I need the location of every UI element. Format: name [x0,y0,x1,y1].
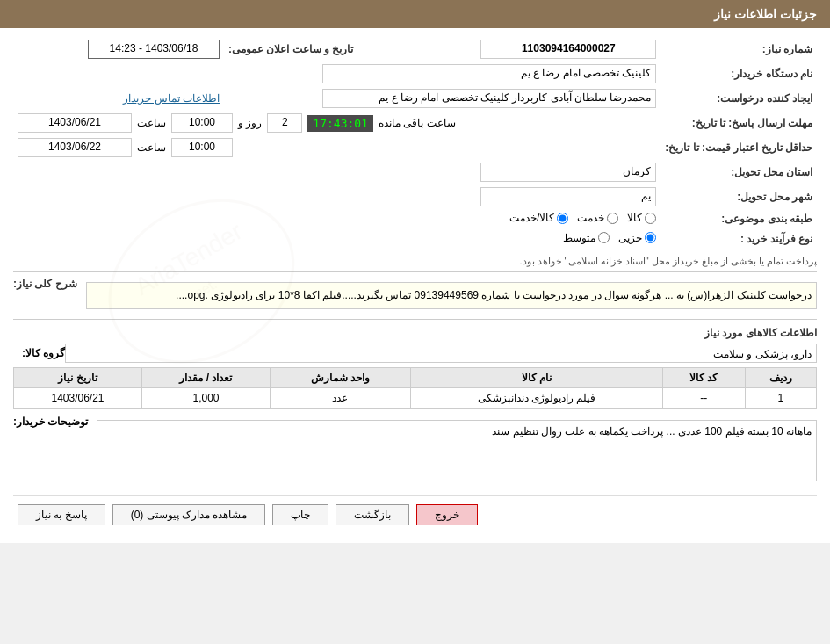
page-header: جزئیات اطلاعات نیاز [0,0,830,28]
hadaqal-date: 1403/06/22 [18,138,132,157]
ostan-label: استان محل تحویل: [660,160,817,185]
col-radif: ردیف [745,368,816,388]
khadamat-radio[interactable]: خدمت [577,212,618,224]
mohlat-saat-label: ساعت [137,117,166,129]
goods-table: ردیف کد کالا نام کالا واحد شمارش تعداد /… [13,367,817,409]
motawaset-label: متوسط [563,232,595,244]
kala-khadamat-radio[interactable]: کالا/خدمت [509,212,568,224]
ettelaat-kala-title: اطلاعات کالاهای مورد نیاز [13,327,817,339]
chap-button[interactable]: چاپ [272,504,328,525]
sharh-label: شرح کلی نیاز: [13,278,77,290]
ostan-value: کرمان [480,163,656,182]
jozii-radio[interactable]: جزیی [618,232,656,244]
col-nam-kala: نام کالا [410,368,662,388]
mohlat-time: 10:00 [171,113,233,133]
payment-note: پرداخت تمام یا بخشی از مبلغ خریداز محل "… [13,256,817,267]
col-tarikh: تاریخ نیاز [14,368,142,388]
shomare-niaz-value: 1103094164000027 [480,40,656,59]
tabaqe-label: طبقه بندی موضوعی: [660,209,817,229]
khoroj-button[interactable]: خروج [416,504,478,525]
shomare-niaz-label: شماره نیاز: [660,37,817,62]
motawaset-radio[interactable]: متوسط [563,232,610,244]
col-tedad: تعداد / مقدار [142,368,271,388]
hadaqal-time: 10:00 [171,138,233,157]
mohlat-countdown: 17:43:01 [307,115,373,132]
tozihat-value: ماهانه 10 بسته فیلم 100 عددی ... پرداخت … [492,425,812,438]
sharh-value: درخواست کلینیک الزهرا(س) به ... هرگونه س… [86,282,817,309]
bottom-buttons: پاسخ به نیاز مشاهده مدارک پیوستی (0) چاپ… [13,495,817,534]
pasokh-button[interactable]: پاسخ به نیاز [18,504,105,525]
tozihat-label: توضیحات خریدار: [13,416,88,428]
ijad-konande-value: محمدرضا سلطان آبادی کاربردار کلینیک تخصص… [322,89,656,108]
hadaqal-label: حداقل تاریخ اعتبار قیمت: تا تاریخ: [660,135,817,160]
ijad-konande-label: ایجاد کننده درخواست: [660,86,817,111]
tarikh-elan-label: تاریخ و ساعت اعلان عمومی: [224,37,357,62]
tozihat-box: ماهانه 10 بسته فیلم 100 عددی ... پرداخت … [97,420,817,481]
col-kod-kala: کد کالا [663,368,745,388]
nam-dastgah-value: کلینیک تخصصی امام رضا ع یم [322,64,656,83]
noe-farayand-label: نوع فرآیند خرید : [660,229,817,250]
kala-khadamat-label: کالا/خدمت [509,212,554,224]
ettelaat-tamas-link[interactable]: اطلاعات تماس خریدار [123,92,220,105]
nam-dastgah-label: نام دستگاه خریدار: [660,62,817,86]
mohlat-date: 1403/06/21 [18,113,132,133]
hadaqal-saat-label: ساعت [137,141,166,154]
moshahede-button[interactable]: مشاهده مدارک پیوستی (0) [112,504,266,525]
group-kala-value: دارو، پزشکی و سلامت [65,344,817,363]
tarikh-elan-value: 1403/06/18 - 14:23 [88,40,220,59]
shahr-label: شهر محل تحویل: [660,185,817,209]
jozii-label: جزیی [618,232,642,244]
table-row: 1--فیلم رادیولوژی دندانپزشکیعدد1,0001403… [14,388,817,409]
col-vahed: واحد شمارش [270,368,410,388]
mohlat-remaining-label: ساعت باقی مانده [379,117,456,129]
group-kala-label: گروه کالا: [22,347,65,359]
shahr-value: یم [480,187,656,206]
mohlat-label: مهلت ارسال پاسخ: تا تاریخ: [660,111,817,135]
mohlat-days: 2 [267,113,302,133]
khadamat-label: خدمت [577,212,604,224]
mohlat-roz-label: روز و [238,117,262,129]
page-title: جزئیات اطلاعات نیاز [714,7,817,21]
bazgasht-button[interactable]: بازگشت [336,504,409,525]
kala-radio[interactable]: کالا [627,212,656,224]
kala-label: کالا [627,212,642,224]
